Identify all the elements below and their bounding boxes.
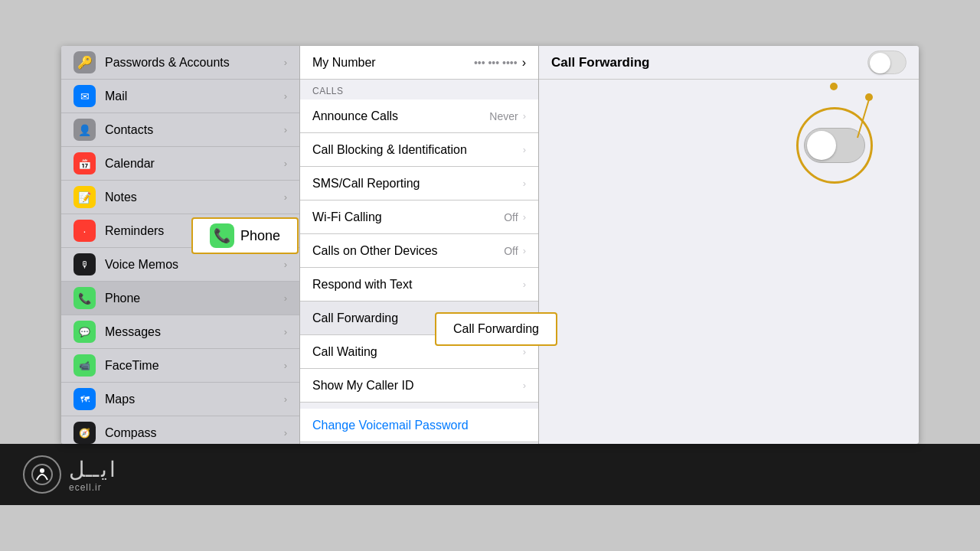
call-blocking-item[interactable]: Call Blocking & Identification › xyxy=(300,133,538,167)
chevron-icon: › xyxy=(284,124,287,135)
brand-circle-icon xyxy=(23,455,61,494)
calls-other-label: Calls on Other Devices xyxy=(312,244,504,258)
brand-text-container: ایــل ecell.ir xyxy=(69,457,118,493)
contacts-icon: 👤 xyxy=(74,119,96,141)
wifi-calling-item[interactable]: Wi-Fi Calling Off › xyxy=(300,201,538,234)
maps-icon: 🗺 xyxy=(74,388,96,410)
facetime-label: FaceTime xyxy=(105,359,284,373)
change-voicemail-item[interactable]: Change Voicemail Password xyxy=(300,409,538,442)
chevron-icon: › xyxy=(284,259,287,270)
chevron-icon: › xyxy=(284,57,287,68)
announce-calls-label: Announce Calls xyxy=(312,109,489,123)
brand-name: ایــل xyxy=(69,457,118,482)
contacts-label: Contacts xyxy=(105,123,284,137)
screenshot-container: 🔑 Passwords & Accounts › ✉ Mail › 👤 Cont… xyxy=(61,46,919,444)
phone-highlight-box: 📞 Phone xyxy=(191,217,299,254)
chevron-icon: › xyxy=(284,360,287,371)
facetime-icon: 📹 xyxy=(74,354,96,377)
sms-reporting-label: SMS/Call Reporting xyxy=(312,177,523,191)
calendar-label: Calendar xyxy=(105,157,284,171)
chevron-icon: › xyxy=(284,191,287,203)
my-number-value: ••• ••• •••• xyxy=(474,57,518,69)
phone-label: Phone xyxy=(105,292,284,305)
notes-label: Notes xyxy=(105,191,284,204)
right-panel: Call Forwarding xyxy=(539,46,919,444)
wifi-calling-label: Wi-Fi Calling xyxy=(312,210,504,224)
bottom-bar: ایــل ecell.ir xyxy=(0,444,980,505)
right-panel-title: Call Forwarding xyxy=(551,55,649,70)
brand-sub: ecell.ir xyxy=(69,482,118,493)
sms-reporting-item[interactable]: SMS/Call Reporting › xyxy=(300,167,538,201)
phone-icon: 📞 xyxy=(74,287,96,309)
svg-point-1 xyxy=(865,93,873,101)
show-caller-id-label: Show My Caller ID xyxy=(312,379,523,393)
wifi-calling-value: Off xyxy=(504,211,518,223)
sidebar-item-mail[interactable]: ✉ Mail › xyxy=(61,80,299,113)
call-forwarding-toggle[interactable] xyxy=(867,51,906,74)
respond-text-label: Respond with Text xyxy=(312,278,523,292)
brand-logo: ایــل ecell.ir xyxy=(23,455,118,494)
voicememos-icon: 🎙 xyxy=(74,253,96,276)
calls-section-header: CALLS xyxy=(300,80,538,99)
sidebar-item-messages[interactable]: 💬 Messages › xyxy=(61,315,299,349)
chevron-icon: › xyxy=(284,158,287,169)
sidebar-item-notes[interactable]: 📝 Notes › xyxy=(61,181,299,214)
chevron-icon: › xyxy=(284,90,287,102)
mail-label: Mail xyxy=(105,90,284,103)
wifi-chevron: › xyxy=(523,211,526,223)
chevron-icon: › xyxy=(284,326,287,337)
passwords-icon: 🔑 xyxy=(74,51,96,73)
compass-icon: 🧭 xyxy=(74,422,96,444)
spacer xyxy=(300,403,538,409)
blocking-chevron: › xyxy=(523,144,526,155)
announce-calls-value: Never xyxy=(489,110,518,122)
passwords-label: Passwords & Accounts xyxy=(105,56,284,70)
chevron-icon: › xyxy=(284,292,287,304)
maps-label: Maps xyxy=(105,393,284,406)
phone-highlight-label: Phone xyxy=(240,228,280,244)
cf-highlight-label: Call Forwarding xyxy=(453,322,539,336)
svg-point-3 xyxy=(40,468,44,473)
callerid-chevron: › xyxy=(523,380,526,391)
my-number-label: My Number xyxy=(312,56,474,70)
announce-calls-item[interactable]: Announce Calls Never › xyxy=(300,99,538,133)
phone-highlight-icon: 📞 xyxy=(210,223,234,248)
annotation-arrow xyxy=(812,84,873,145)
sidebar-item-passwords[interactable]: 🔑 Passwords & Accounts › xyxy=(61,46,299,80)
messages-icon: 💬 xyxy=(74,321,96,343)
sidebar-item-contacts[interactable]: 👤 Contacts › xyxy=(61,113,299,147)
svg-line-0 xyxy=(858,99,869,138)
call-blocking-label: Call Blocking & Identification xyxy=(312,143,523,157)
notes-icon: 📝 xyxy=(74,186,96,208)
sidebar-item-maps[interactable]: 🗺 Maps › xyxy=(61,383,299,416)
sidebar-item-phone[interactable]: 📞 Phone › xyxy=(61,282,299,315)
sms-chevron: › xyxy=(523,178,526,189)
sidebar-item-calendar[interactable]: 📅 Calendar › xyxy=(61,147,299,181)
respond-text-item[interactable]: Respond with Text › xyxy=(300,268,538,302)
waiting-chevron: › xyxy=(523,346,526,357)
right-panel-header: Call Forwarding xyxy=(539,46,919,80)
mail-icon: ✉ xyxy=(74,85,96,107)
calendar-icon: 📅 xyxy=(74,152,96,174)
call-forwarding-highlight-box: Call Forwarding xyxy=(435,312,557,346)
calls-other-devices-item[interactable]: Calls on Other Devices Off › xyxy=(300,234,538,268)
voicememos-label: Voice Memos xyxy=(105,258,284,272)
my-number-chevron: › xyxy=(522,56,526,70)
other-chevron: › xyxy=(523,245,526,256)
middle-panel: My Number ••• ••• •••• › CALLS Announce … xyxy=(300,46,539,444)
sidebar-item-compass[interactable]: 🧭 Compass › xyxy=(61,416,299,444)
chevron-icon: › xyxy=(284,427,287,439)
reminders-icon: · xyxy=(74,220,96,242)
announce-chevron: › xyxy=(523,110,526,122)
messages-label: Messages xyxy=(105,325,284,339)
sidebar-item-facetime[interactable]: 📹 FaceTime › xyxy=(61,349,299,383)
change-voicemail-label: Change Voicemail Password xyxy=(312,419,469,432)
calls-other-value: Off xyxy=(504,245,518,257)
compass-label: Compass xyxy=(105,426,284,440)
show-caller-id-item[interactable]: Show My Caller ID › xyxy=(300,369,538,403)
chevron-icon: › xyxy=(284,393,287,405)
my-number-row[interactable]: My Number ••• ••• •••• › xyxy=(300,46,538,80)
call-waiting-label: Call Waiting xyxy=(312,345,523,359)
respond-chevron: › xyxy=(523,279,526,290)
spacer2 xyxy=(300,442,538,444)
